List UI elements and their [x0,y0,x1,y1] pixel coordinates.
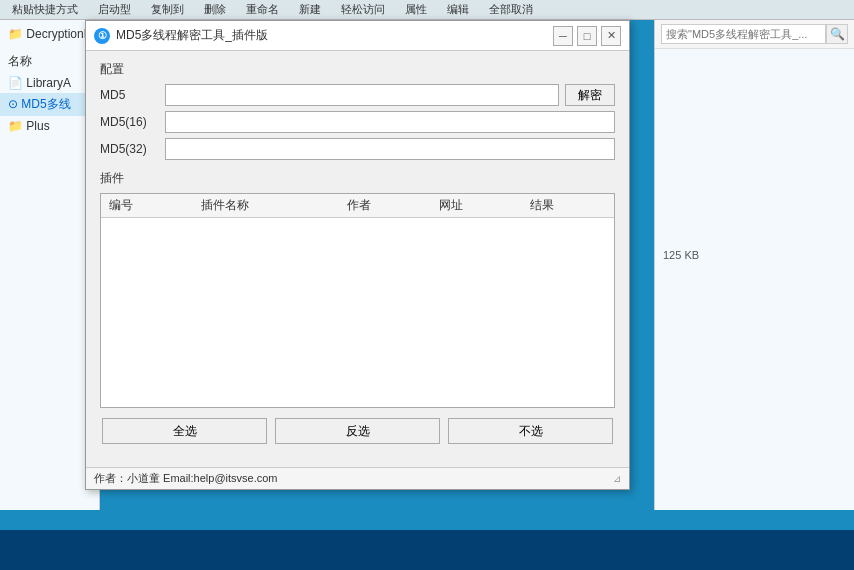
top-toolbar: 粘贴快捷方式 启动型 复制到 删除 重命名 新建 轻松访问 属性 编辑 全部取消 [0,0,854,20]
toolbar-paste[interactable]: 粘贴快捷方式 [8,2,82,17]
toolbar-new[interactable]: 新建 [295,2,325,17]
folder-icon: 📁 [8,27,23,41]
search-bar: 🔍 [655,20,854,49]
toolbar-properties[interactable]: 属性 [401,2,431,17]
col-header-result: 结果 [522,194,614,218]
status-bar: 作者：小道童 Email:help@itsvse.com ⊿ [86,467,629,489]
md5-32-label: MD5(32) [100,142,165,156]
toolbar-delete[interactable]: 删除 [200,2,230,17]
folder-plus-icon: 📁 [8,119,23,133]
resize-grip[interactable]: ⊿ [613,473,621,484]
md5-32-row: MD5(32) [100,138,615,160]
right-panel: 🔍 125 KB [654,20,854,510]
file-icon: 📄 [8,76,23,90]
col-header-name: 插件名称 [193,194,340,218]
search-button[interactable]: 🔍 [826,24,848,44]
md5-row: MD5 解密 [100,84,615,106]
col-header-author: 作者 [339,194,431,218]
col-header-url: 网址 [431,194,523,218]
toolbar-edit[interactable]: 编辑 [443,2,473,17]
minimize-button[interactable]: ─ [553,26,573,46]
bottom-buttons: 全选 反选 不选 [100,418,615,444]
section-plugin-label: 插件 [100,170,615,187]
status-text: 作者：小道童 Email:help@itsvse.com [94,471,278,486]
file-size-label: 125 KB [663,249,699,261]
file-size-area: 125 KB [655,49,854,261]
circle-icon: ⊙ [8,97,18,111]
deselect-button[interactable]: 不选 [448,418,613,444]
maximize-button[interactable]: □ [577,26,597,46]
md5-32-input[interactable] [165,138,615,160]
toolbar-rename[interactable]: 重命名 [242,2,283,17]
title-bar-text: MD5多线程解密工具_插件版 [116,27,553,44]
toolbar-deselect-all[interactable]: 全部取消 [485,2,537,17]
dialog-window: ① MD5多线程解密工具_插件版 ─ □ ✕ 配置 MD5 解密 MD5(16)… [85,20,630,490]
plugin-table: 编号 插件名称 作者 网址 结果 [101,194,614,218]
md5-input[interactable] [165,84,559,106]
decrypt-button[interactable]: 解密 [565,84,615,106]
plugin-section: 插件 编号 插件名称 作者 网址 结果 [100,170,615,408]
md5-16-row: MD5(16) [100,111,615,133]
toolbar-easyaccess[interactable]: 轻松访问 [337,2,389,17]
taskbar [0,530,854,570]
close-button[interactable]: ✕ [601,26,621,46]
toolbar-launch[interactable]: 启动型 [94,2,135,17]
md5-16-label: MD5(16) [100,115,165,129]
col-header-number: 编号 [101,194,193,218]
toolbar-copy[interactable]: 复制到 [147,2,188,17]
md5-label: MD5 [100,88,165,102]
title-bar[interactable]: ① MD5多线程解密工具_插件版 ─ □ ✕ [86,21,629,51]
title-bar-buttons: ─ □ ✕ [553,26,621,46]
select-all-button[interactable]: 全选 [102,418,267,444]
section-config-label: 配置 [100,61,615,78]
dialog-content: 配置 MD5 解密 MD5(16) MD5(32) 插件 编号 插件名称 [86,51,629,454]
invert-button[interactable]: 反选 [275,418,440,444]
plugin-table-container[interactable]: 编号 插件名称 作者 网址 结果 [100,193,615,408]
app-icon: ① [94,28,110,44]
search-input[interactable] [661,24,826,44]
md5-16-input[interactable] [165,111,615,133]
